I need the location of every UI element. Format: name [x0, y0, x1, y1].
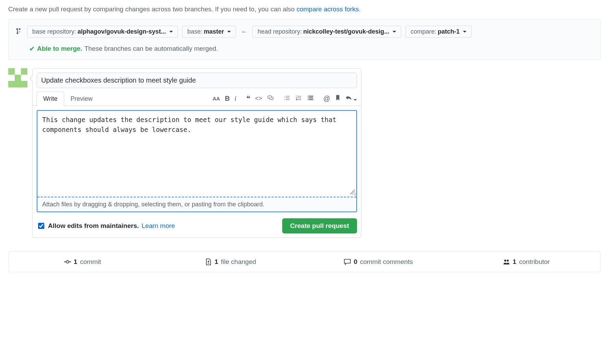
intro-suffix: .	[359, 5, 360, 13]
contributors-label: contributor	[519, 258, 550, 266]
tabs-row: Write Preview AA B i ❝ <>	[33, 92, 361, 106]
comments-count: 0	[354, 258, 357, 266]
svg-point-1	[504, 259, 506, 262]
pr-title-input[interactable]	[37, 73, 357, 88]
chevron-down-icon	[227, 31, 231, 33]
chevron-down-icon	[169, 31, 173, 33]
quote-icon[interactable]: ❝	[246, 94, 250, 103]
svg-point-0	[66, 260, 69, 263]
intro-text-main: Create a new pull request by comparing c…	[8, 5, 297, 13]
people-icon	[503, 258, 510, 265]
commit-icon	[64, 258, 71, 265]
stat-comments[interactable]: 0 commit comments	[304, 252, 453, 272]
intro-text: Create a new pull request by comparing c…	[8, 5, 601, 13]
allow-edits-label: Allow edits from maintainers.	[48, 222, 139, 230]
heading-icon[interactable]: AA	[213, 96, 220, 101]
allow-edits-checkbox[interactable]	[38, 223, 44, 229]
merge-status-detail: These branches can be automatically merg…	[84, 45, 218, 52]
compare-value: patch-1	[438, 28, 459, 35]
pr-body-textarea[interactable]	[37, 111, 356, 196]
chevron-down-icon	[463, 31, 466, 33]
allow-edits-row[interactable]: Allow edits from maintainers. Learn more	[37, 222, 175, 230]
commits-count: 1	[74, 258, 77, 266]
form-footer: Allow edits from maintainers. Learn more…	[37, 218, 357, 233]
base-repo-value: alphagov/govuk-design-syst...	[77, 28, 166, 35]
check-icon: ✔	[29, 45, 35, 53]
branch-range-box: base repository: alphagov/govuk-design-s…	[8, 19, 601, 60]
base-branch-value: master	[204, 28, 224, 35]
pr-form-row: Write Preview AA B i ❝ <>	[8, 68, 601, 238]
reply-icon[interactable]	[345, 95, 357, 102]
bold-icon[interactable]: B	[225, 95, 230, 102]
body-wrapper: Attach files by dragging & dropping, sel…	[37, 110, 357, 212]
unordered-list-icon[interactable]	[284, 94, 290, 103]
stats-bar: 1 commit 1 file changed 0 commit comment…	[8, 252, 601, 272]
stat-commits[interactable]: 1 commit	[9, 252, 157, 272]
learn-more-link[interactable]: Learn more	[142, 222, 175, 230]
merge-status: ✔ Able to merge. These branches can be a…	[15, 45, 594, 53]
compare-icon	[15, 28, 23, 36]
mention-icon[interactable]: @	[323, 95, 330, 102]
link-icon[interactable]	[267, 94, 274, 103]
italic-icon[interactable]: i	[235, 95, 237, 102]
arrow-left-icon: ←	[240, 28, 248, 36]
contributors-count: 1	[513, 258, 516, 266]
create-pr-button[interactable]: Create pull request	[282, 218, 357, 233]
task-list-icon[interactable]	[307, 94, 314, 103]
attach-hint[interactable]: Attach files by dragging & dropping, sel…	[37, 197, 356, 211]
branch-range-row: base repository: alphagov/govuk-design-s…	[15, 26, 594, 38]
file-diff-icon	[205, 258, 212, 265]
stat-files[interactable]: 1 file changed	[157, 252, 305, 272]
files-count: 1	[215, 258, 218, 266]
tab-write[interactable]: Write	[37, 92, 64, 106]
avatar	[8, 68, 27, 87]
commits-label: commit	[80, 258, 101, 266]
head-repo-value: nickcolley-test/govuk-desig...	[303, 28, 389, 35]
base-branch-selector[interactable]: base: master	[182, 26, 236, 38]
compare-forks-link[interactable]: compare across forks	[297, 5, 359, 13]
svg-point-2	[507, 259, 509, 262]
base-repo-label: base repository:	[32, 28, 76, 35]
base-branch-label: base:	[187, 28, 202, 35]
comment-box: Write Preview AA B i ❝ <>	[32, 68, 361, 238]
tab-preview[interactable]: Preview	[64, 92, 99, 106]
comment-icon	[344, 258, 351, 265]
resize-grip[interactable]	[350, 190, 355, 194]
chevron-down-icon	[393, 31, 396, 33]
stat-contributors[interactable]: 1 contributor	[453, 252, 601, 272]
head-repo-selector[interactable]: head repository: nickcolley-test/govuk-d…	[252, 26, 401, 38]
head-repo-label: head repository:	[258, 28, 302, 35]
ordered-list-icon[interactable]	[295, 94, 302, 103]
compare-branch-selector[interactable]: compare: patch-1	[405, 26, 471, 38]
merge-status-text: Able to merge.	[37, 45, 82, 52]
code-icon[interactable]: <>	[255, 95, 262, 102]
comments-label: commit comments	[360, 258, 413, 266]
compare-label: compare:	[410, 28, 436, 35]
bookmark-icon[interactable]	[335, 95, 341, 102]
files-label: file changed	[221, 258, 256, 266]
base-repo-selector[interactable]: base repository: alphagov/govuk-design-s…	[27, 26, 178, 38]
markdown-toolbar: AA B i ❝ <> @	[213, 94, 357, 103]
